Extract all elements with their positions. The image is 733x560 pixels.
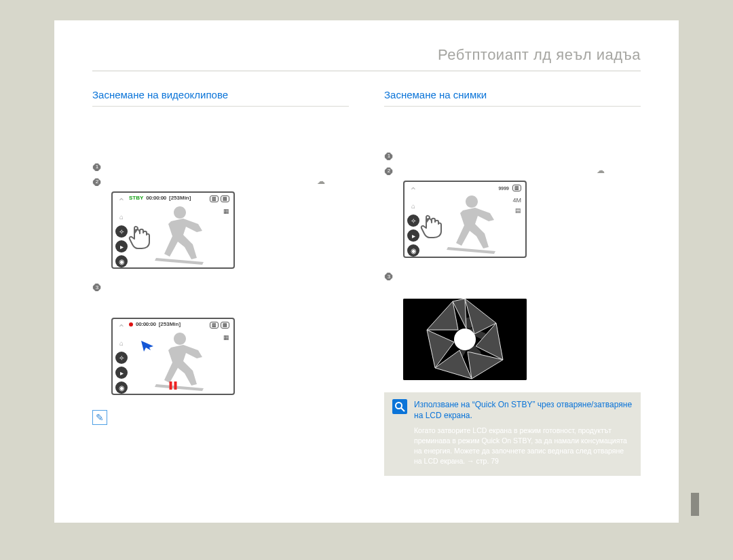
stby-label: STBY [129, 195, 143, 201]
card-icon: ▤ [221, 322, 229, 329]
pointing-hand-icon [125, 220, 155, 250]
home-softkey: ⌂ [115, 337, 128, 349]
remaining-text: [253Min] [169, 195, 191, 201]
video-step-1-text: Отворете LCD екрана, за да включите прод… [109, 161, 349, 172]
osd-top-right-2: ▥ ▤ [210, 322, 229, 329]
timecode-text: 00:00:00 [136, 321, 156, 327]
video-step-2a: Изберете режим на запис, като натиснете … [109, 176, 316, 185]
softkey-1: ✧ [115, 352, 128, 364]
softkey-3: ◉ [407, 244, 419, 257]
card-icon: ▤ [221, 195, 229, 202]
photo-counter: 9999 [497, 186, 510, 191]
pencil-note-icon: ✎ [92, 410, 107, 425]
page-title: Ребтптоиапт лд яеъл иадъа [92, 46, 641, 71]
chevron-up-icon: ⌃ [115, 322, 128, 334]
remaining-text: [253Min] [159, 321, 181, 327]
svg-line-3 [401, 408, 405, 411]
step-number-2: 2 [384, 166, 394, 176]
video-note: ✎ За повече информация относно записа на… [92, 407, 349, 426]
camera-screenshot-rec: ⌃ ⌂ ✧ ▸ ◉ 00:00:00 [253Min] ▥ ▤ [111, 318, 349, 395]
skater-silhouette [151, 329, 209, 391]
photo-step-1: 1 Отворете LCD екрана, за да включите пр… [384, 150, 641, 161]
svg-point-2 [396, 403, 402, 409]
photo-step-1-text: Отворете LCD екрана, за да включите прод… [400, 150, 641, 161]
hud-right: ▦ [223, 208, 229, 214]
video-step-3: 3 Натиснете бутона [Старт/стоп на записа… [92, 281, 349, 314]
photo-step-3: 3 Леко натиснете бутона [PHOTO]. Когато … [384, 270, 641, 292]
timecode-text: 00:00:00 [146, 195, 166, 201]
softkey-3: ◉ [115, 381, 128, 394]
photo-step-2b: ). [608, 166, 613, 174]
step-number-1: 1 [92, 162, 102, 172]
quality-icon: ▦ [223, 334, 229, 341]
section-title-video: Заснемане на видеоклипове [92, 89, 349, 107]
photo-step-3-text: Леко натиснете бутона [PHOTO]. Когато пр… [400, 270, 641, 292]
quality-icon: ▦ [223, 208, 229, 214]
magnifier-q-icon [392, 399, 407, 414]
step-number-3: 3 [384, 272, 394, 281]
record-dot-icon [129, 322, 133, 326]
photo-step-2: 2 Изберете режим фото, като натиснете ра… [384, 165, 641, 176]
hud-right-2: ▦ [223, 334, 229, 341]
softkey-3: ◉ [115, 255, 128, 267]
megapixel-label: 4M [512, 197, 521, 204]
chevron-up-icon: ⌃ [115, 195, 128, 208]
softkey-2: ▸ [115, 367, 128, 379]
skater-silhouette [443, 191, 501, 254]
pause-indicator-icon [170, 381, 177, 390]
video-step-2b: ). [328, 176, 333, 185]
callout-body: Когато затворите LCD екрана в режим гото… [392, 426, 633, 467]
manual-page: Ребтптоиапт лд яеъл иадъа Заснемане на в… [54, 20, 679, 523]
chevron-up-icon: ⌃ [407, 185, 419, 197]
battery-icon: ▥ [210, 322, 219, 329]
video-step-1: 1 Отворете LCD екрана, за да включите пр… [92, 161, 349, 172]
photo-mode-icon: ☁ [597, 165, 605, 176]
step-number-1: 1 [384, 151, 394, 161]
video-step-3-text: Натиснете бутона [Старт/стоп на записа],… [109, 281, 349, 314]
mode-tab-icon: ☁ [317, 176, 325, 187]
video-intro-text: Вашият продукт поддържа запис на видеокл… [92, 116, 349, 149]
osd-status-rec: 00:00:00 [253Min] [129, 321, 181, 327]
step-number-2: 2 [92, 177, 102, 187]
storage-icon: ▤ [515, 207, 521, 214]
svg-point-1 [454, 329, 476, 350]
photo-step-2a: Изберете режим фото, като натиснете разд… [400, 166, 595, 174]
skater-silhouette [151, 202, 209, 265]
section-title-photo: Заснемане на снимки [384, 89, 641, 107]
right-column: Заснемане на снимки Можете да записвате … [384, 89, 641, 476]
photo-step-2-text: Изберете режим фото, като натиснете разд… [400, 165, 641, 176]
page-number-tab [691, 493, 699, 516]
battery-icon: ▥ [512, 185, 521, 191]
osd-top-right: ▥ ▤ [210, 195, 229, 202]
video-step-2: 2 Изберете режим на запис, като натиснет… [92, 176, 349, 187]
photo-intro-text: Можете да записвате снимки и да ги запис… [384, 116, 641, 138]
columns: Заснемане на видеоклипове Вашият продукт… [92, 89, 641, 476]
video-note-text: За повече информация относно записа на в… [114, 407, 349, 426]
step-number-3: 3 [92, 282, 102, 292]
shutter-aperture-illustration [403, 299, 527, 380]
quick-on-stby-callout: Използване на “Quick On STBY” чрез отвар… [384, 392, 641, 476]
hud-right-3: 4M ▤ [512, 197, 521, 214]
callout-title: Използване на “Quick On STBY” чрез отвар… [414, 399, 633, 421]
camera-screenshot-stby: ⌃ ⌂ ✧ ▸ ◉ STBY 00:00:00 [253Min] ▥ ▤ [111, 191, 349, 269]
softkey-column-2: ⌃ ⌂ ✧ ▸ ◉ [115, 322, 128, 394]
left-column: Заснемане на видеоклипове Вашият продукт… [92, 89, 349, 476]
camera-screenshot-photo: ⌃ ⌂ ✧ ▸ ◉ 9999 ▥ 4M ▤ [403, 181, 641, 258]
osd-top-right-3: 9999 ▥ [497, 185, 521, 191]
pointing-hand-icon [417, 209, 447, 239]
battery-icon: ▥ [210, 195, 219, 202]
video-step-2-text: Изберете режим на запис, като натиснете … [109, 176, 349, 187]
osd-status-stby: STBY 00:00:00 [253Min] [129, 195, 191, 201]
